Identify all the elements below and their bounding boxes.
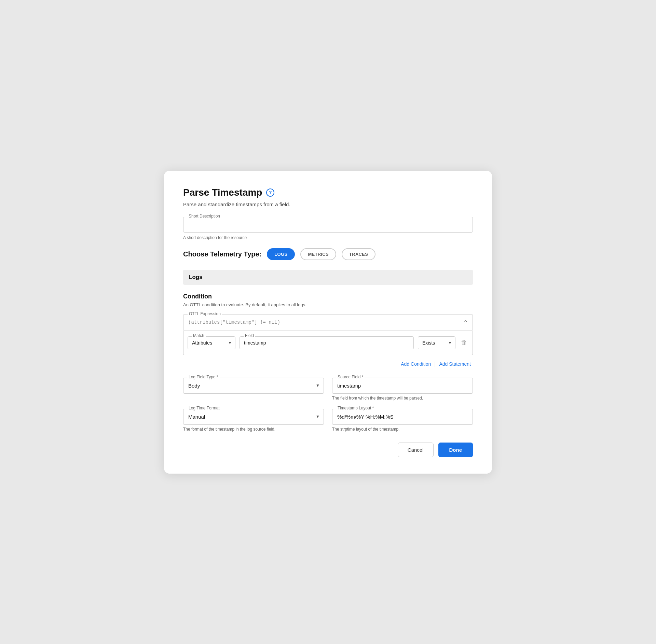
source-field-field: Source Field * — [332, 378, 473, 394]
ottl-label: OTTL Expression — [188, 311, 222, 316]
action-links: Add Condition | Add Statement — [183, 360, 473, 368]
short-description-input[interactable] — [183, 217, 473, 233]
delete-condition-icon[interactable]: 🗑 — [460, 338, 468, 348]
modal-subtitle: Parse and standardize timestamps from a … — [183, 201, 473, 207]
exists-select[interactable]: Exists Not Exists Equals Not Equals — [418, 336, 455, 349]
modal-container: Parse Timestamp ? Parse and standardize … — [164, 171, 492, 474]
modal-title: Parse Timestamp — [183, 187, 262, 198]
ottl-value: (attributes["timestamp"] != nil) — [188, 320, 463, 325]
action-divider: | — [434, 361, 436, 367]
match-label: Match — [192, 333, 206, 338]
condition-title: Condition — [183, 293, 473, 300]
done-button[interactable]: Done — [438, 443, 473, 457]
condition-fields-row: Match Attributes Resource Instrumentatio… — [183, 331, 473, 355]
condition-desc: An OTTL condition to evaluate. By defaul… — [183, 302, 473, 307]
form-two-col: Log Field Type * Body Attributes Resourc… — [183, 378, 473, 432]
match-select-group: Match Attributes Resource Instrumentatio… — [188, 336, 235, 349]
help-icon[interactable]: ? — [266, 188, 274, 197]
add-condition-button[interactable]: Add Condition — [399, 360, 433, 368]
field-label: Field — [244, 333, 255, 338]
telemetry-row: Choose Telemetry Type: LOGS METRICS TRAC… — [183, 248, 473, 260]
short-description-label: Short Description — [187, 214, 221, 219]
cancel-button[interactable]: Cancel — [398, 443, 434, 457]
log-time-format-field: Log Time Format Manual Auto ISO8601 ▼ — [183, 409, 324, 425]
source-field-label: Source Field * — [336, 375, 365, 379]
source-field-hint: The field from which the timestamp will … — [332, 396, 473, 401]
log-field-type-select[interactable]: Body Attributes Resource — [183, 378, 324, 394]
title-row: Parse Timestamp ? — [183, 187, 473, 198]
exists-select-group: Exists Not Exists Equals Not Equals ▼ — [418, 336, 455, 349]
telemetry-btn-metrics[interactable]: METRICS — [300, 248, 336, 260]
source-field-input[interactable] — [332, 378, 473, 394]
modal-footer: Cancel Done — [183, 443, 473, 457]
ottl-value-row: (attributes["timestamp"] != nil) ⌃ — [183, 314, 473, 331]
ottl-chevron-icon[interactable]: ⌃ — [463, 319, 468, 326]
log-time-format-select[interactable]: Manual Auto ISO8601 — [183, 409, 324, 425]
source-field-group: Source Field * The field from which the … — [332, 378, 473, 401]
log-field-type-label: Log Field Type * — [187, 375, 220, 379]
match-select[interactable]: Attributes Resource Instrumentation Log — [188, 336, 235, 349]
condition-section: Condition An OTTL condition to evaluate.… — [183, 293, 473, 368]
log-time-format-hint: The format of the timestamp in the log s… — [183, 427, 324, 432]
ottl-expression-box: OTTL Expression (attributes["timestamp"]… — [183, 314, 473, 331]
telemetry-btn-traces[interactable]: TRACES — [342, 248, 375, 260]
timestamp-layout-hint: The strptime layout of the timestamp. — [332, 427, 473, 432]
timestamp-layout-input[interactable] — [332, 409, 473, 425]
telemetry-label: Choose Telemetry Type: — [183, 250, 261, 258]
telemetry-btn-logs[interactable]: LOGS — [267, 248, 295, 260]
log-time-format-group: Log Time Format Manual Auto ISO8601 ▼ Th… — [183, 409, 324, 432]
timestamp-layout-field: Timestamp Layout * — [332, 409, 473, 425]
timestamp-layout-label: Timestamp Layout * — [336, 406, 375, 410]
field-input[interactable] — [240, 336, 414, 349]
log-time-format-label: Log Time Format — [187, 406, 221, 410]
short-description-group: Short Description — [183, 217, 473, 233]
log-field-type-field: Log Field Type * Body Attributes Resourc… — [183, 378, 324, 394]
log-field-type-group: Log Field Type * Body Attributes Resourc… — [183, 378, 324, 401]
field-input-group: Field — [240, 336, 414, 349]
add-statement-button[interactable]: Add Statement — [437, 360, 473, 368]
section-header: Logs — [183, 270, 473, 285]
timestamp-layout-group: Timestamp Layout * The strptime layout o… — [332, 409, 473, 432]
short-description-hint: A short description for the resource — [183, 235, 473, 240]
